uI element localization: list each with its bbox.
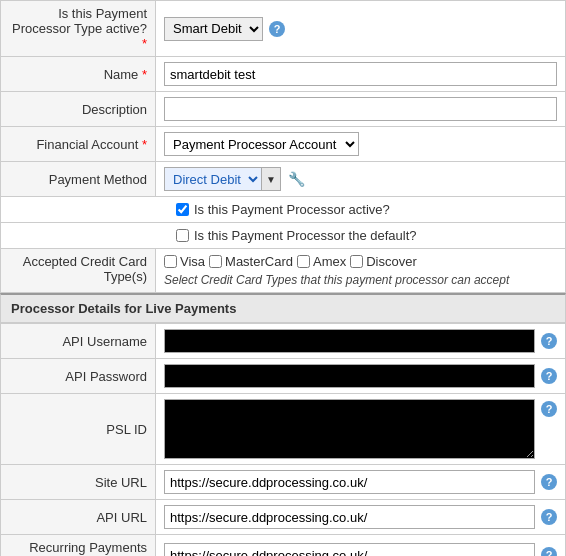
description-value-cell: [156, 92, 566, 127]
name-row: Name *: [1, 57, 566, 92]
processor-details-header: Processor Details for Live Payments: [0, 293, 566, 323]
is-active-row: Is this Payment Processor active?: [1, 197, 566, 223]
psl-id-row: PSL ID •••••••••••• ?: [1, 394, 566, 465]
credit-card-options: Visa MasterCard Amex Discover: [164, 254, 557, 269]
api-username-label: API Username: [1, 324, 156, 359]
payment-method-arrow-btn[interactable]: ▼: [261, 168, 280, 190]
financial-account-label: Financial Account *: [1, 127, 156, 162]
site-url-input[interactable]: [164, 470, 535, 494]
recurring-payments-url-input[interactable]: [164, 543, 535, 556]
payment-method-value-cell: Direct Debit Credit Card ▼ 🔧: [156, 162, 566, 197]
api-username-help-icon[interactable]: ?: [541, 333, 557, 349]
description-row: Description: [1, 92, 566, 127]
is-active-checkbox[interactable]: [176, 203, 189, 216]
required-marker: *: [142, 36, 147, 51]
api-username-input-wrap: ?: [164, 329, 557, 353]
name-value-cell: [156, 57, 566, 92]
amex-checkbox[interactable]: [297, 255, 310, 268]
payment-method-select[interactable]: Direct Debit Credit Card: [165, 168, 261, 190]
api-username-input[interactable]: [164, 329, 535, 353]
site-url-value-cell: ?: [156, 465, 566, 500]
mastercard-label[interactable]: MasterCard: [209, 254, 293, 269]
credit-card-hint: Select Credit Card Types that this payme…: [164, 273, 557, 287]
api-password-label: API Password: [1, 359, 156, 394]
mastercard-checkbox[interactable]: [209, 255, 222, 268]
processor-type-help-icon[interactable]: ?: [269, 21, 285, 37]
is-active-label[interactable]: Is this Payment Processor active?: [176, 202, 557, 217]
name-label: Name *: [1, 57, 156, 92]
api-url-input-wrap: ?: [164, 505, 557, 529]
credit-card-label: Accepted Credit Card Type(s): [1, 249, 156, 293]
financial-account-required-marker: *: [142, 137, 147, 152]
description-input[interactable]: [164, 97, 557, 121]
site-url-input-wrap: ?: [164, 470, 557, 494]
psl-id-value-cell: •••••••••••• ?: [156, 394, 566, 465]
psl-id-help-icon[interactable]: ?: [541, 401, 557, 417]
visa-checkbox[interactable]: [164, 255, 177, 268]
processor-type-row: Is this Payment Processor Type active? *…: [1, 1, 566, 57]
site-url-help-icon[interactable]: ?: [541, 474, 557, 490]
financial-account-select-wrap: Payment Processor Account Main Account: [164, 132, 557, 156]
description-label: Description: [1, 92, 156, 127]
processor-details-form: API Username ? API Password ? PSL ID •••…: [0, 323, 566, 556]
payment-method-select-wrap: Direct Debit Credit Card ▼: [164, 167, 281, 191]
payment-method-wrench-icon[interactable]: 🔧: [287, 169, 307, 189]
recurring-payments-url-input-wrap: ?: [164, 543, 557, 556]
api-password-help-icon[interactable]: ?: [541, 368, 557, 384]
recurring-payments-url-row: Recurring Payments URL ?: [1, 535, 566, 557]
api-url-label: API URL: [1, 500, 156, 535]
processor-type-select-wrap: Smart Debit Stripe PayPal Manual ?: [164, 17, 557, 41]
discover-label[interactable]: Discover: [350, 254, 417, 269]
site-url-label: Site URL: [1, 465, 156, 500]
api-url-input[interactable]: [164, 505, 535, 529]
api-url-row: API URL ?: [1, 500, 566, 535]
api-url-help-icon[interactable]: ?: [541, 509, 557, 525]
credit-card-row: Accepted Credit Card Type(s) Visa Master…: [1, 249, 566, 293]
name-input[interactable]: [164, 62, 557, 86]
api-password-row: API Password ?: [1, 359, 566, 394]
payment-method-row: Payment Method Direct Debit Credit Card …: [1, 162, 566, 197]
is-default-checkbox[interactable]: [176, 229, 189, 242]
psl-id-textarea[interactable]: ••••••••••••: [164, 399, 535, 459]
recurring-payments-url-help-icon[interactable]: ?: [541, 547, 557, 556]
is-default-row: Is this Payment Processor the default?: [1, 223, 566, 249]
name-required-marker: *: [142, 67, 147, 82]
recurring-payments-url-label: Recurring Payments URL: [1, 535, 156, 557]
api-url-value-cell: ?: [156, 500, 566, 535]
psl-id-label: PSL ID: [1, 394, 156, 465]
is-default-label[interactable]: Is this Payment Processor the default?: [176, 228, 557, 243]
site-url-row: Site URL ?: [1, 465, 566, 500]
processor-type-label: Is this Payment Processor Type active? *: [1, 1, 156, 57]
processor-type-select[interactable]: Smart Debit Stripe PayPal Manual: [164, 17, 263, 41]
discover-checkbox[interactable]: [350, 255, 363, 268]
payment-processor-form: Is this Payment Processor Type active? *…: [0, 0, 566, 293]
api-username-row: API Username ?: [1, 324, 566, 359]
payment-method-label: Payment Method: [1, 162, 156, 197]
api-username-value-cell: ?: [156, 324, 566, 359]
payment-method-cell: Direct Debit Credit Card ▼ 🔧: [164, 167, 557, 191]
psl-id-input-wrap: •••••••••••• ?: [164, 399, 557, 459]
financial-account-row: Financial Account * Payment Processor Ac…: [1, 127, 566, 162]
api-password-value-cell: ?: [156, 359, 566, 394]
financial-account-value-cell: Payment Processor Account Main Account: [156, 127, 566, 162]
api-password-input[interactable]: [164, 364, 535, 388]
processor-type-value-cell: Smart Debit Stripe PayPal Manual ?: [156, 1, 566, 57]
credit-card-value-cell: Visa MasterCard Amex Discover Select Cre…: [156, 249, 566, 293]
is-default-cell: Is this Payment Processor the default?: [1, 223, 566, 249]
amex-label[interactable]: Amex: [297, 254, 346, 269]
financial-account-select[interactable]: Payment Processor Account Main Account: [164, 132, 359, 156]
api-password-input-wrap: ?: [164, 364, 557, 388]
recurring-payments-url-value-cell: ?: [156, 535, 566, 557]
visa-label[interactable]: Visa: [164, 254, 205, 269]
is-active-cell: Is this Payment Processor active?: [1, 197, 566, 223]
